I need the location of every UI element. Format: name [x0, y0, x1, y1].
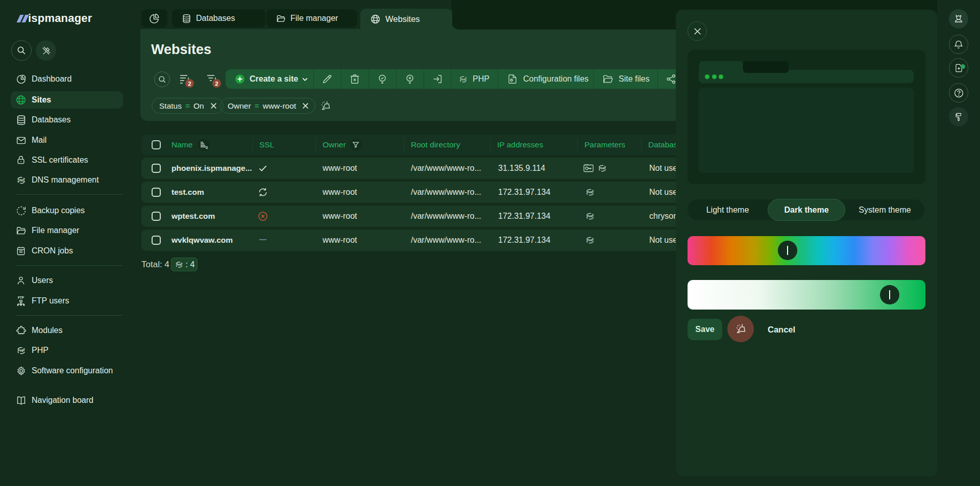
svg-text:PHP: PHP — [17, 348, 24, 352]
svg-text:PHP: PHP — [587, 238, 594, 242]
svg-text:PHP: PHP — [460, 78, 466, 81]
svg-text:FTP: FTP — [18, 296, 24, 299]
svg-text:PHP: PHP — [176, 263, 182, 266]
svg-text:PHP: PHP — [587, 190, 594, 194]
svg-text:PHP: PHP — [587, 214, 594, 218]
svg-text:DNS: DNS — [17, 178, 24, 182]
svg-text:PHP: PHP — [599, 166, 606, 170]
svg-text:2: 2 — [206, 145, 208, 149]
